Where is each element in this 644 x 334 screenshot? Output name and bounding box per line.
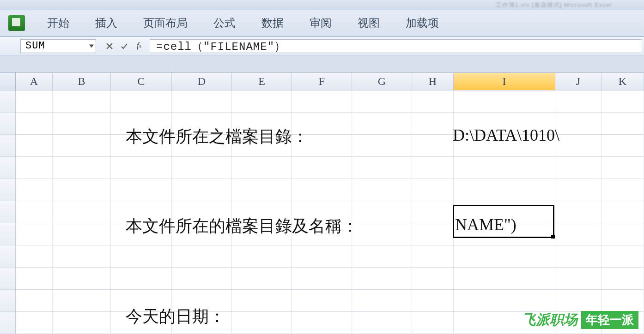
cell[interactable]	[16, 290, 53, 311]
cell[interactable]	[352, 135, 412, 156]
cell[interactable]	[412, 157, 454, 179]
row-header[interactable]	[0, 245, 16, 267]
cell[interactable]	[172, 157, 232, 179]
cell[interactable]	[555, 135, 601, 156]
row-header[interactable]	[0, 179, 16, 201]
cell[interactable]	[352, 157, 412, 179]
cell[interactable]	[555, 179, 601, 201]
column-header-F[interactable]: F	[292, 73, 352, 90]
tab-page-layout[interactable]: 页面布局	[130, 12, 200, 34]
column-header-D[interactable]: D	[172, 73, 232, 90]
tab-data[interactable]: 数据	[249, 12, 297, 34]
row-header[interactable]	[0, 135, 16, 156]
cell[interactable]	[555, 113, 601, 134]
cell[interactable]	[352, 223, 412, 245]
row-header[interactable]	[0, 312, 16, 334]
column-header-G[interactable]: G	[352, 73, 412, 90]
cell[interactable]	[555, 90, 601, 112]
cell[interactable]	[292, 135, 352, 156]
name-box[interactable]: SUM	[20, 39, 96, 53]
cell[interactable]	[111, 90, 172, 112]
cell[interactable]	[111, 135, 172, 156]
cell[interactable]	[412, 245, 454, 267]
column-header-I[interactable]: I	[454, 73, 555, 90]
cell[interactable]	[111, 312, 172, 334]
cell[interactable]	[454, 268, 555, 289]
tab-addins[interactable]: 加载项	[393, 12, 452, 34]
cell[interactable]	[16, 201, 53, 223]
cell[interactable]	[412, 290, 454, 311]
cell[interactable]	[292, 201, 352, 223]
column-header-J[interactable]: J	[555, 73, 601, 90]
cell[interactable]	[53, 245, 111, 267]
row-header[interactable]	[0, 157, 16, 179]
cell[interactable]	[16, 223, 53, 245]
cell[interactable]	[352, 90, 412, 112]
cell[interactable]	[232, 268, 292, 289]
cell[interactable]	[352, 245, 412, 267]
column-header-H[interactable]: H	[412, 73, 454, 90]
cell[interactable]	[172, 201, 232, 223]
cell[interactable]	[454, 223, 555, 245]
cell[interactable]	[555, 268, 601, 289]
cell[interactable]	[412, 113, 454, 134]
row-header[interactable]	[0, 290, 16, 311]
cell[interactable]	[172, 268, 232, 289]
row-header[interactable]	[0, 201, 16, 223]
column-header-K[interactable]: K	[601, 73, 644, 90]
cell[interactable]	[232, 90, 292, 112]
select-all-corner[interactable]	[0, 73, 16, 90]
cell[interactable]	[232, 113, 292, 134]
cell[interactable]	[172, 113, 232, 134]
cell[interactable]	[601, 179, 644, 201]
cell[interactable]	[601, 290, 644, 311]
cell[interactable]	[111, 245, 172, 267]
cell[interactable]	[111, 223, 172, 245]
cell[interactable]	[292, 223, 352, 245]
column-header-E[interactable]: E	[232, 73, 292, 90]
tab-formulas[interactable]: 公式	[200, 12, 249, 34]
cell[interactable]	[53, 179, 111, 201]
cell[interactable]	[555, 157, 601, 179]
cell[interactable]	[352, 312, 412, 334]
cell[interactable]	[555, 245, 601, 267]
cancel-button[interactable]	[104, 41, 115, 51]
cell[interactable]	[555, 290, 601, 311]
cell[interactable]	[53, 90, 111, 112]
cell[interactable]	[352, 113, 412, 134]
cell[interactable]	[412, 223, 454, 245]
cell[interactable]	[601, 223, 644, 245]
cell[interactable]	[454, 135, 555, 156]
cell[interactable]	[16, 135, 53, 156]
enter-button[interactable]	[119, 41, 129, 51]
cell[interactable]	[412, 268, 454, 289]
name-box-dropdown-icon[interactable]	[89, 44, 94, 48]
cell[interactable]	[292, 90, 352, 112]
cell[interactable]	[412, 179, 454, 201]
cell[interactable]	[292, 179, 352, 201]
cell[interactable]	[292, 268, 352, 289]
cell[interactable]	[232, 179, 292, 201]
cell[interactable]	[172, 290, 232, 311]
cell[interactable]	[172, 90, 232, 112]
cell[interactable]	[454, 201, 555, 223]
cell[interactable]	[412, 312, 454, 334]
insert-function-button[interactable]: fx	[134, 41, 144, 51]
cell[interactable]	[172, 135, 232, 156]
cell[interactable]	[16, 268, 53, 289]
cell[interactable]	[454, 290, 555, 311]
cell[interactable]	[111, 157, 172, 179]
cell[interactable]	[111, 179, 172, 201]
cell[interactable]	[16, 113, 53, 134]
cell[interactable]	[292, 113, 352, 134]
cell[interactable]	[454, 157, 555, 179]
cell[interactable]	[53, 113, 111, 134]
cell[interactable]	[172, 245, 232, 267]
cell[interactable]	[601, 268, 644, 289]
cell[interactable]	[601, 90, 644, 112]
cell[interactable]	[555, 223, 601, 245]
row-header[interactable]	[0, 90, 16, 112]
cell[interactable]	[111, 268, 172, 289]
cell[interactable]	[53, 290, 111, 311]
cell[interactable]	[232, 157, 292, 179]
